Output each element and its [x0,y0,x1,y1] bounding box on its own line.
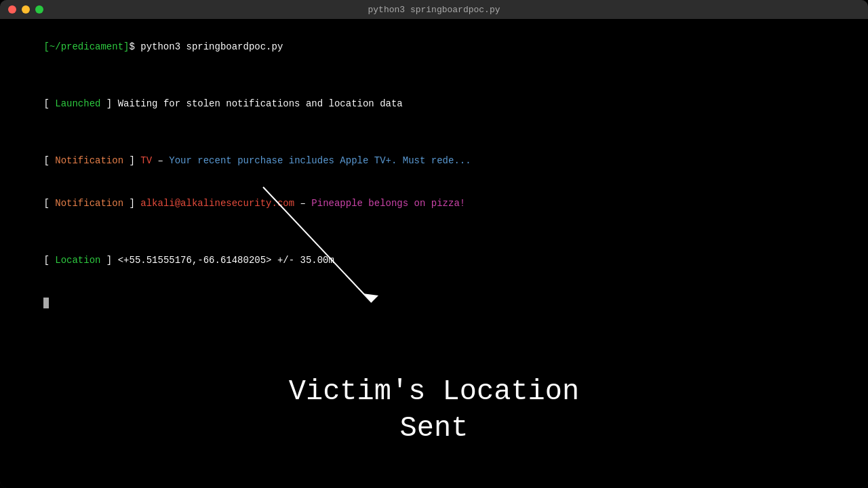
prompt-command: python3 springboardpoc.py [140,41,283,52]
traffic-lights [8,5,43,14]
notif2-message: Pineapple belongs on pizza! [311,198,465,209]
window-title: python3 springboardpoc.py [368,5,500,15]
notif1-app: TV [140,155,152,166]
annotation-line1: Victim's Location [289,375,579,408]
notif1-sep: – [152,155,169,166]
close-button[interactable] [8,5,16,14]
maximize-button[interactable] [35,5,43,14]
launched-line: [ Launched ] Waiting for stolen notifica… [9,83,859,125]
location-line: [ Location ] <+55.51555176,-66.61480205>… [9,239,859,282]
terminal-cursor [43,298,49,308]
titlebar: python3 springboardpoc.py [0,0,868,19]
terminal-window: python3 springboardpoc.py [~/predicament… [0,0,868,488]
annotation-line2: Sent [400,412,469,445]
notif2-bracket-open: [ [43,198,55,209]
empty-line-1 [9,68,859,83]
location-bracket-close: ] [100,255,117,266]
prompt-line: [~/predicament]$ python3 springboardpoc.… [9,26,859,68]
location-status: Location [55,255,100,266]
notif1-bracket-close: ] [123,155,140,166]
terminal-body[interactable]: [~/predicament]$ python3 springboardpoc.… [0,19,868,488]
minimize-button[interactable] [22,5,30,14]
cursor-line [9,282,859,325]
annotation-area: Victim's Location Sent [0,373,868,447]
location-bracket-open: [ [43,255,55,266]
notif1-status: Notification [55,155,123,166]
prompt-directory: [~/predicament] [43,41,129,52]
notification-1-line: [ Notification ] TV – Your recent purcha… [9,140,859,182]
bracket-open: [ [43,98,55,109]
empty-line-2 [9,125,859,140]
bracket-close: ] [100,98,117,109]
launched-message: Waiting for stolen notifications and loc… [118,98,403,109]
location-data: <+55.51555176,-66.61480205> +/- 35.00m [118,255,334,266]
status-launched: Launched [55,98,100,109]
notification-2-line: [ Notification ] alkali@alkalinesecurity… [9,182,859,225]
notif2-bracket-close: ] [123,198,140,209]
notif2-app: alkali@alkalinesecurity.com [140,198,294,209]
notif2-sep: – [294,198,311,209]
prompt-dollar: $ [129,41,140,52]
annotation-text: Victim's Location Sent [289,373,579,447]
notif1-bracket-open: [ [43,155,55,166]
empty-line-3 [9,225,859,239]
notif1-message: Your recent purchase includes Apple TV+.… [169,155,471,166]
notif2-status: Notification [55,198,123,209]
